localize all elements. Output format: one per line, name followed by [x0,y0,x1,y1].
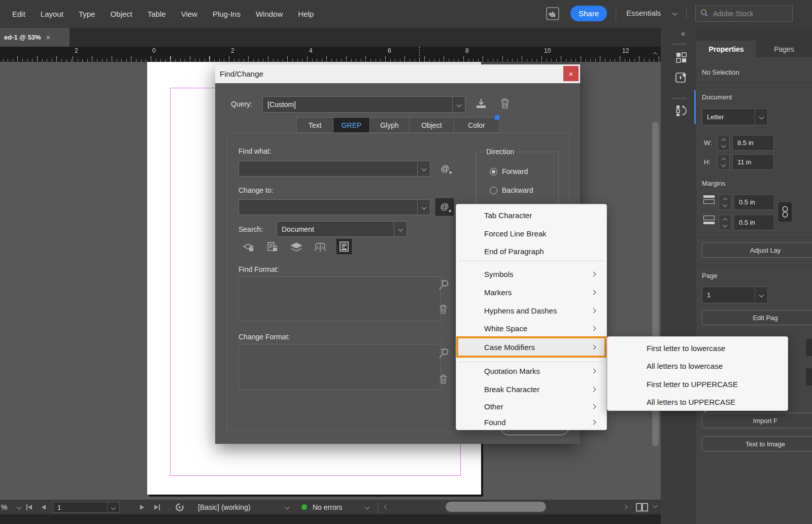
last-page-button[interactable] [154,500,160,514]
tab-grep[interactable]: GREP [333,118,370,133]
history-panel-icon[interactable] [674,103,689,118]
case-sensitive-icon[interactable]: AA [313,240,328,255]
menu-view[interactable]: View [181,10,197,18]
cutoff-button[interactable] [806,368,812,386]
menu-window[interactable]: Window [256,10,283,18]
preflight-preset[interactable]: [Basic] (working) [198,500,250,514]
menu-item-tab-character[interactable]: Tab Character [456,206,606,224]
bottom-margin-stepper[interactable] [719,215,731,230]
menu-type[interactable]: Type [79,10,95,18]
menu-table[interactable]: Table [148,10,166,18]
include-locked-layers-icon[interactable] [241,240,256,255]
split-view-icon[interactable] [635,500,649,514]
close-tab-icon[interactable]: × [46,33,50,42]
import-file-button[interactable]: Import F [702,413,812,428]
chevron-down-icon[interactable] [755,109,767,125]
menu-item-other[interactable]: Other [456,398,606,415]
page-number-dropdown[interactable]: 1 [702,287,768,303]
document-tab[interactable]: ed-1 @ 53% × [0,28,70,47]
include-hidden-layers-icon[interactable] [289,240,304,255]
width-stepper[interactable] [717,135,730,151]
height-stepper[interactable] [717,154,730,170]
tab-object[interactable]: Object [410,118,454,133]
direction-backward-option[interactable]: Backward [490,186,533,194]
specify-change-attributes-icon[interactable] [437,346,451,362]
menu-item-found[interactable]: Found [456,414,606,430]
menu-layout[interactable]: Layout [41,10,63,18]
menu-object[interactable]: Object [110,10,132,18]
tab-pages[interactable]: Pages [756,41,812,57]
menu-help[interactable]: Help [298,10,314,18]
swatches-panel-icon[interactable] [674,50,689,65]
include-footnotes-icon[interactable] [336,239,352,254]
previous-page-button[interactable] [42,500,46,514]
top-margin-stepper[interactable] [719,194,731,210]
close-dialog-button[interactable]: × [563,66,579,81]
menu-item-case-modifiers[interactable]: Case Modifiers [456,336,606,358]
specify-find-attributes-icon[interactable] [437,278,451,293]
menu-item-white-space[interactable]: White Space [456,320,606,337]
horizontal-scrollbar-thumb[interactable] [446,502,546,512]
chevron-down-icon[interactable] [452,97,465,112]
query-dropdown[interactable]: [Custom] [262,96,465,113]
find-what-input[interactable] [239,161,430,177]
adobe-stock-search[interactable]: Adobe Stock [695,6,793,22]
text-to-image-button[interactable]: Text to Image [702,436,812,451]
page-size-dropdown[interactable]: Letter [702,109,768,125]
chevron-down-icon[interactable] [107,502,119,512]
tab-text[interactable]: Text [297,118,333,133]
submenu-item-first-letter-lowercase[interactable]: First letter to lowercase [607,339,788,357]
tab-properties[interactable]: Properties [696,41,756,57]
adjust-layout-button[interactable]: Adjust Lay [702,242,812,258]
chevron-down-icon[interactable] [417,200,430,215]
export-panel-icon[interactable] [674,70,689,85]
change-special-chars-button[interactable]: @ [435,198,454,216]
save-query-icon[interactable] [474,96,488,112]
chevron-down-icon[interactable] [394,222,407,236]
next-page-button[interactable] [140,500,144,514]
edit-page-button[interactable]: Edit Pag [702,310,812,325]
submenu-item-all-letters-lowercase[interactable]: All letters to lowercase [607,357,788,375]
chevron-down-icon[interactable] [417,161,430,176]
menu-edit[interactable]: Edit [12,10,25,18]
zoom-level-fragment[interactable]: % [1,500,7,514]
link-margins-icon[interactable] [779,202,792,222]
menu-item-end-of-paragraph[interactable]: End of Paragraph [456,242,606,260]
width-field[interactable]: 8.5 in [732,135,774,151]
top-margin-field[interactable]: 0.5 in [734,194,774,210]
submenu-item-all-letters-uppercase[interactable]: All letters to UPPERCASE [607,393,788,411]
find-special-chars-button[interactable]: @ [437,162,453,176]
clear-change-format-icon[interactable] [437,373,449,387]
workspace-switcher[interactable]: Essentials [626,9,661,17]
clear-find-format-icon[interactable] [437,303,449,317]
page-number-field[interactable]: 1 [53,502,120,513]
menu-item-symbols[interactable]: Symbols [456,265,606,283]
include-locked-stories-icon[interactable] [265,240,280,255]
change-to-input[interactable] [239,199,430,215]
first-page-button[interactable] [26,500,32,514]
delete-query-icon[interactable] [498,96,512,112]
change-format-box[interactable] [239,344,441,390]
preflight-status[interactable]: No errors [313,500,342,514]
chevron-down-icon[interactable] [755,287,767,303]
height-field[interactable]: 11 in [732,154,774,170]
menu-item-quotation-marks[interactable]: Quotation Marks [456,362,606,380]
menu-item-break-character[interactable]: Break Character [456,380,606,398]
search-scope-dropdown[interactable]: Document [277,221,407,237]
collapse-panels-icon[interactable]: « [681,29,685,38]
hand-tool-icon[interactable] [546,7,559,22]
submenu-item-first-letter-uppercase[interactable]: First letter to UPPERCASE [607,375,788,393]
direction-forward-option[interactable]: Forward [490,167,528,176]
find-format-box[interactable] [239,276,441,321]
cutoff-button[interactable] [806,339,812,356]
menu-item-forced-line-break[interactable]: Forced Line Break [456,225,606,242]
preflight-icon[interactable] [175,500,184,514]
menu-plugins[interactable]: Plug-Ins [213,10,241,18]
share-button[interactable]: Share [570,6,607,21]
tab-glyph[interactable]: Glyph [370,118,410,133]
tab-color[interactable]: Color [454,118,499,133]
bottom-margin-field[interactable]: 0.5 in [734,215,774,230]
dialog-titlebar[interactable]: Find/Change [215,64,580,83]
menu-item-markers[interactable]: Markers [456,284,606,301]
menu-item-hyphens-and-dashes[interactable]: Hyphens and Dashes [456,302,606,320]
